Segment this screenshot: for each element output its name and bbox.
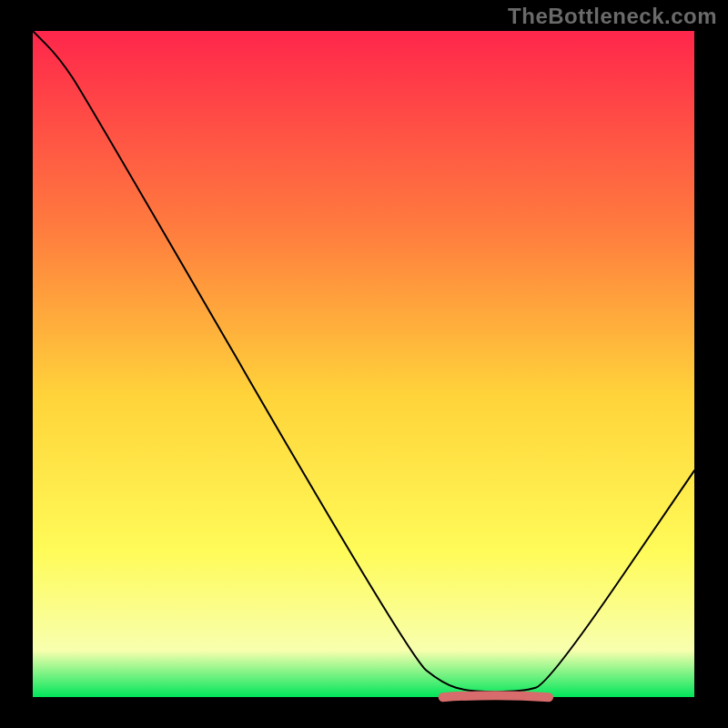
chart-frame: TheBottleneck.com [0,0,728,728]
bottleneck-chart [0,0,728,728]
plot-background [33,31,694,697]
watermark-text: TheBottleneck.com [508,4,717,29]
valley-highlight [443,695,549,697]
